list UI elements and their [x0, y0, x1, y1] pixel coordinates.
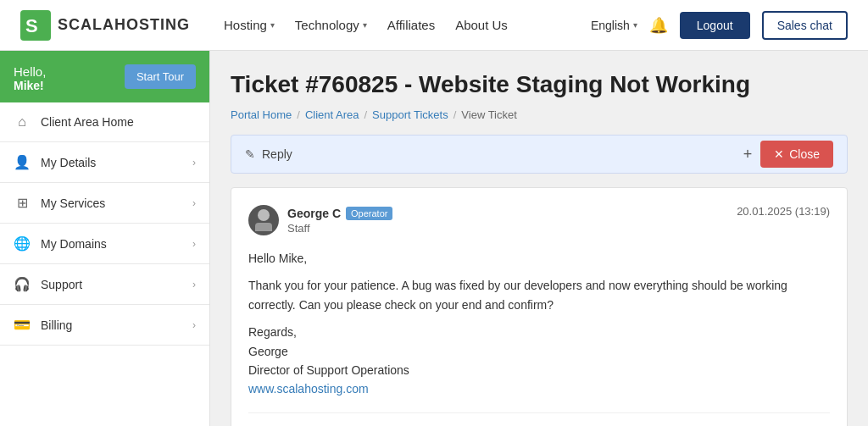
sidebar-item-client-area-home[interactable]: ⌂ Client Area Home [0, 102, 209, 142]
hello-name: Mike! [14, 79, 46, 92]
rating-row: You rated this response ★ ★ ★ ★ ★ [248, 412, 830, 426]
reply-label[interactable]: Reply [262, 147, 292, 161]
sidebar-item-support[interactable]: 🎧 Support › [0, 264, 209, 305]
breadcrumb-separator: / [453, 108, 457, 121]
sidebar-item-my-services[interactable]: ⊞ My Services › [0, 183, 209, 224]
message-signature: Regards, George Director of Support Oper… [248, 323, 830, 399]
nav-about-us[interactable]: About Us [455, 11, 508, 39]
signature-link[interactable]: www.scalahosting.com [248, 382, 369, 396]
sidebar-item-my-domains[interactable]: 🌐 My Domains › [0, 224, 209, 264]
main-content: Ticket #760825 - Website Staging Not Wor… [210, 51, 868, 426]
chevron-right-icon: › [192, 319, 196, 331]
globe-icon: 🌐 [14, 235, 31, 252]
layout: Hello, Mike! Start Tour ⌂ Client Area Ho… [0, 51, 868, 426]
chevron-right-icon: › [192, 279, 196, 290]
operator-badge: Operator [346, 207, 392, 220]
nav-hosting[interactable]: Hosting ▾ [224, 11, 275, 39]
billing-icon: 💳 [14, 317, 31, 333]
start-tour-button[interactable]: Start Tour [125, 64, 196, 89]
sidebar-greeting: Hello, Mike! Start Tour [0, 51, 209, 102]
breadcrumb-client-area[interactable]: Client Area [305, 108, 359, 121]
support-icon: 🎧 [14, 276, 31, 292]
avatar [248, 205, 279, 235]
chevron-right-icon: › [192, 197, 196, 209]
message-body: Thank you for your patience. A bug was f… [248, 276, 830, 314]
nav-affiliates[interactable]: Affiliates [387, 11, 435, 39]
header: S SCALAHOSTING Hosting ▾ Technology ▾ Af… [0, 0, 868, 51]
breadcrumb-portal-home[interactable]: Portal Home [231, 108, 292, 121]
chevron-right-icon: › [192, 157, 196, 169]
chevron-down-icon: ▾ [363, 20, 367, 30]
close-icon: ✕ [774, 147, 784, 161]
sales-chat-button[interactable]: Sales chat [762, 11, 848, 40]
home-icon: ⌂ [14, 114, 31, 130]
ticket-message-card: George C Operator Staff 20.01.2025 (13:1… [231, 187, 848, 426]
author-name: George C Operator [287, 207, 392, 220]
sidebar-nav: ⌂ Client Area Home 👤 My Details › ⊞ My S… [0, 102, 209, 346]
language-selector[interactable]: English ▾ [591, 19, 637, 32]
services-icon: ⊞ [14, 195, 31, 211]
ticket-title: Ticket #760825 - Website Staging Not Wor… [231, 71, 848, 98]
ticket-message-header: George C Operator Staff 20.01.2025 (13:1… [248, 205, 830, 235]
logout-button[interactable]: Logout [680, 12, 750, 39]
logo-text: SCALAHOSTING [58, 16, 190, 34]
message-greeting: Hello Mike, [248, 249, 830, 268]
sidebar-item-my-details[interactable]: 👤 My Details › [0, 142, 209, 183]
close-button[interactable]: ✕ Close [760, 141, 833, 168]
breadcrumb-support-tickets[interactable]: Support Tickets [372, 108, 448, 121]
hello-greeting: Hello, [14, 64, 46, 79]
pencil-icon: ✎ [245, 147, 255, 161]
chevron-down-icon: ▾ [633, 20, 637, 30]
reply-bar: ✎ Reply + ✕ Close [231, 135, 848, 174]
breadcrumb-view-ticket: View Ticket [461, 108, 517, 121]
chevron-down-icon: ▾ [270, 20, 275, 30]
plus-icon[interactable]: + [743, 146, 753, 163]
chevron-right-icon: › [192, 238, 196, 250]
header-right: English ▾ 🔔 Logout Sales chat [591, 11, 848, 40]
logo-icon: S [20, 10, 51, 41]
svg-text:S: S [25, 15, 38, 36]
ticket-body: Hello Mike, Thank you for your patience.… [248, 249, 830, 399]
nav-technology[interactable]: Technology ▾ [295, 11, 367, 39]
main-nav: Hosting ▾ Technology ▾ Affiliates About … [224, 11, 591, 39]
logo[interactable]: S SCALAHOSTING [20, 10, 190, 41]
author-role: Staff [287, 222, 392, 235]
user-icon: 👤 [14, 154, 31, 170]
author-area: George C Operator Staff [248, 205, 392, 235]
breadcrumb: Portal Home / Client Area / Support Tick… [231, 108, 848, 121]
sidebar: Hello, Mike! Start Tour ⌂ Client Area Ho… [0, 51, 210, 426]
notifications-icon[interactable]: 🔔 [649, 16, 668, 35]
breadcrumb-separator: / [364, 108, 367, 121]
breadcrumb-separator: / [297, 108, 300, 121]
ticket-timestamp: 20.01.2025 (13:19) [737, 205, 830, 218]
sidebar-item-billing[interactable]: 💳 Billing › [0, 305, 209, 346]
